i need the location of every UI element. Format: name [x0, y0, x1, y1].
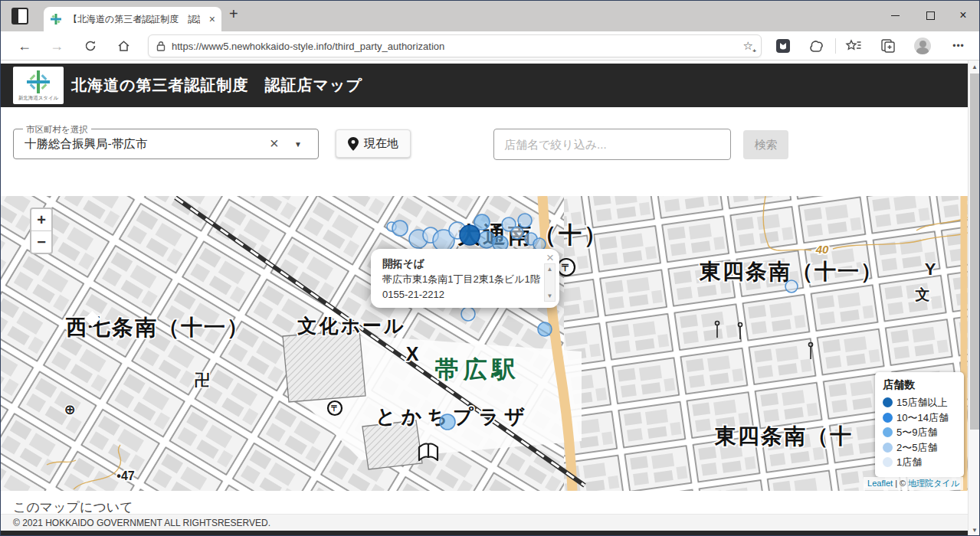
popup-scroll-down-icon[interactable]: ▼ [545, 293, 555, 299]
current-location-button[interactable]: 現在地 [336, 129, 411, 158]
map-label: •47 [116, 469, 135, 482]
legend-label: 1店舗 [896, 455, 922, 470]
tab-close-icon[interactable]: × [209, 14, 215, 25]
leaflet-link[interactable]: Leaflet [867, 479, 893, 488]
legend-item: 15店舗以上 [883, 395, 956, 410]
legend-label: 10〜14店舗 [896, 410, 949, 426]
refresh-icon[interactable] [82, 38, 99, 54]
legend-item: 10〜14店舗 [883, 410, 956, 426]
store-name: 開拓そば [382, 257, 541, 272]
home-icon[interactable] [115, 38, 132, 54]
new-tab-button[interactable]: + [229, 5, 238, 23]
lock-icon [156, 41, 166, 51]
back-icon[interactable]: ← [16, 38, 33, 54]
legend-item: 2〜5店舗 [883, 440, 956, 456]
map-tiles: 〒〒文Y⊕卍 大通南（十）東四条南（十一）西七条南（十一）文化ホールX帯広駅とか… [1, 196, 968, 491]
city-select[interactable]: 市区町村を選択 十勝総合振興局-帯広市 × ▼ [13, 129, 319, 159]
footer-dark-strip [1, 531, 968, 536]
tab-title: 【北海道の第三者認証制度 認証 [68, 13, 200, 26]
store-phone: 0155-21-2212 [382, 287, 541, 302]
store-cluster-marker[interactable] [511, 227, 523, 239]
store-cluster-marker[interactable] [518, 214, 532, 227]
forward-icon[interactable]: → [48, 38, 65, 54]
toolbar-divider [835, 38, 836, 54]
extensions-puzzle-icon[interactable] [807, 36, 827, 56]
map-attribution: Leaflet | © 地理院タイル [864, 477, 963, 490]
store-popup: 開拓そば 帯広市東1条南1丁目2東1条ビル1階 0155-21-2212 × ▲… [371, 249, 559, 308]
culture-hall-building [283, 330, 365, 402]
chevron-down-icon[interactable]: ▼ [294, 140, 302, 149]
page-scrollbar[interactable]: ▲ ▼ [968, 60, 980, 536]
legend-dot-icon [883, 443, 893, 453]
map-canvas[interactable]: 〒〒文Y⊕卍 大通南（十）東四条南（十一）西七条南（十一）文化ホールX帯広駅とか… [1, 196, 968, 491]
store-cluster-marker[interactable] [538, 322, 552, 336]
scrollbar-up-icon[interactable]: ▲ [969, 64, 980, 70]
city-select-value: 十勝総合振興局-帯広市 [25, 136, 147, 152]
legend-item: 1店舗 [883, 455, 956, 470]
site-logo: 新北海道スタイル [13, 67, 64, 104]
legend-dot-icon [883, 413, 893, 423]
url-text: https://www5.newhokkaido-style.info/thir… [172, 41, 743, 52]
map-label: 40 [815, 243, 829, 256]
legend-label: 2〜5店舗 [896, 440, 937, 456]
map-symbol-icon: Y [925, 260, 936, 279]
attribution-separator: | © [893, 479, 908, 488]
site-header: 新北海道スタイル 北海道の第三者認証制度 認証店マップ [1, 64, 968, 107]
zoom-in-button[interactable]: + [31, 209, 51, 231]
store-cluster-marker[interactable] [460, 225, 480, 245]
url-bar[interactable]: https://www5.newhokkaido-style.info/thir… [148, 34, 762, 57]
profile-avatar[interactable] [913, 36, 932, 56]
footer-copyright: © 2021 HOKKAIDO GOVERNMENT ALL RIGHTSRES… [1, 514, 968, 531]
settings-more-icon[interactable]: ••• [949, 36, 969, 56]
legend-item: 5〜9店舗 [883, 425, 956, 440]
map-legend: 店舗数 15店舗以上10〜14店舗5〜9店舗2〜5店舗1店舗 [875, 372, 964, 477]
collections-icon[interactable] [878, 36, 898, 56]
post-office-icon: 〒 [331, 404, 339, 413]
store-search-input[interactable] [493, 129, 731, 160]
legend-title: 店舗数 [883, 378, 956, 392]
minimize-button[interactable] [877, 1, 913, 30]
legend-dot-icon [883, 427, 893, 437]
close-button[interactable]: × [946, 1, 980, 30]
map-symbol-icon: ⊕ [64, 402, 75, 417]
store-cluster-marker[interactable] [392, 221, 408, 236]
store-cluster-marker[interactable] [785, 280, 798, 293]
extension-badge-icon[interactable] [773, 36, 793, 56]
legend-dot-icon [883, 457, 893, 467]
map-symbol-icon: 文 [915, 286, 930, 302]
add-favorite-icon[interactable]: ☆+ [743, 39, 753, 53]
location-pin-icon [348, 137, 359, 151]
legend-label: 15店舗以上 [896, 395, 947, 410]
current-location-label: 現在地 [364, 136, 398, 151]
page-title: 北海道の第三者認証制度 認証店マップ [71, 75, 362, 96]
legend-dot-icon [883, 397, 893, 407]
search-button[interactable]: 検索 [743, 130, 788, 159]
map-zoom-control: + − [30, 208, 53, 254]
logo-caption: 新北海道スタイル [18, 95, 59, 102]
site-favicon [50, 13, 62, 25]
map-label: X [406, 343, 419, 364]
tab-actions-icon[interactable] [11, 8, 28, 25]
gsi-tiles-link[interactable]: 地理院タイル [908, 479, 959, 488]
popup-scroll-up-icon[interactable]: ▲ [545, 266, 555, 273]
library-book-icon [419, 444, 438, 461]
city-select-label: 市区町村を選択 [23, 124, 91, 136]
favorites-icon[interactable] [844, 36, 864, 56]
map-label: 文化ホール [297, 315, 405, 336]
hokkaido-style-logo-icon [25, 70, 51, 94]
legend-label: 5〜9店舗 [896, 425, 937, 440]
maximize-button[interactable] [913, 1, 948, 30]
browser-titlebar: 【北海道の第三者認証制度 認証 × + × [1, 1, 980, 31]
store-cluster-marker[interactable] [440, 414, 455, 430]
map-label: 東四条南（十 [714, 424, 853, 448]
browser-tab[interactable]: 【北海道の第三者認証制度 認証 × [44, 7, 221, 31]
map-symbol-icon: 卍 [195, 371, 210, 388]
browser-window: 【北海道の第三者認証制度 認証 × + × ← → https://www5.n… [0, 0, 980, 536]
popup-scrollbar[interactable]: ▲ ▼ [544, 263, 556, 302]
store-cluster-marker[interactable] [461, 307, 475, 321]
scrollbar-down-icon[interactable]: ▼ [969, 527, 980, 534]
scrollbar-thumb[interactable] [970, 74, 979, 430]
store-address: 帯広市東1条南1丁目2東1条ビル1階 [382, 272, 541, 287]
clear-selection-icon[interactable]: × [270, 135, 279, 152]
zoom-out-button[interactable]: − [31, 231, 51, 253]
